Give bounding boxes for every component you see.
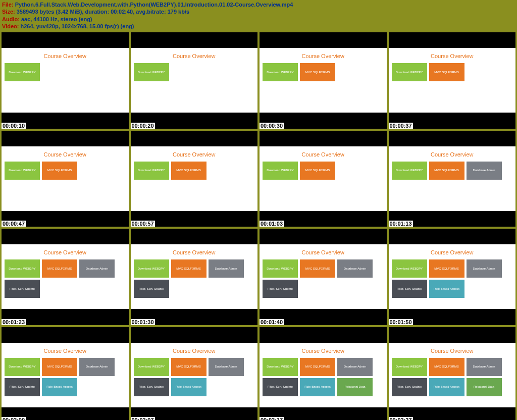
timecode: 00:00:30 <box>260 123 284 129</box>
slide-title: Course Overview <box>431 348 473 354</box>
slide: Course OverviewDownload WEB2PYMVC SQLFOR… <box>131 343 258 407</box>
slide: Course OverviewDownload WEB2PYMVC SQLFOR… <box>260 48 387 113</box>
slide-wrap: Course OverviewDownload WEB2PYMVC SQLFOR… <box>131 229 258 325</box>
thumbnail-cell[interactable]: Course OverviewDownload WEB2PYMVC SQLFOR… <box>389 32 516 129</box>
timecode: 00:02:07 <box>131 417 155 420</box>
tile-grid: Download WEB2PYMVC SQLFORMS <box>134 162 206 180</box>
tile-dbadmin: Database Admin <box>79 259 115 278</box>
tile-mvc: MVC SQLFORMS <box>42 259 77 278</box>
tile-grid: Download WEB2PYMVC SQLFORMSDatabase Admi… <box>392 162 502 180</box>
thumbnail-cell[interactable]: Course OverviewDownload WEB2PYMVC SQLFOR… <box>260 32 387 129</box>
tile-rba: Role Based Access <box>171 378 206 396</box>
slide: Course OverviewDownload WEB2PYMVC SQLFOR… <box>2 146 129 211</box>
slide-wrap: Course OverviewDownload WEB2PY <box>2 32 129 129</box>
tile-filter: Filter, Sort, Update <box>134 378 169 396</box>
timecode: 00:00:10 <box>2 123 26 129</box>
tile-mvc: MVC SQLFORMS <box>429 358 464 376</box>
thumbnail-cell[interactable]: Course OverviewDownload WEB2PYMVC SQLFOR… <box>260 327 387 420</box>
tile-download: Download WEB2PY <box>5 162 40 180</box>
slide-wrap: Course OverviewDownload WEB2PYMVC SQLFOR… <box>389 32 516 129</box>
slide-title: Course Overview <box>431 249 473 255</box>
slide-title: Course Overview <box>302 249 344 255</box>
tile-dbadmin: Database Admin <box>467 162 502 180</box>
tile-filter: Filter, Sort, Update <box>5 378 40 396</box>
tile-grid: Download WEB2PYMVC SQLFORMSDatabase Admi… <box>392 358 502 396</box>
tile-download: Download WEB2PY <box>134 259 169 278</box>
slide: Course OverviewDownload WEB2PYMVC SQLFOR… <box>389 244 516 309</box>
thumbnail-cell[interactable]: Course OverviewDownload WEB2PYMVC SQLFOR… <box>389 131 516 227</box>
thumbnail-cell[interactable]: Course OverviewDownload WEB2PYMVC SQLFOR… <box>2 131 129 227</box>
tile-grid: Download WEB2PY <box>134 63 169 81</box>
thumbnail-cell[interactable]: Course OverviewDownload WEB2PYMVC SQLFOR… <box>2 229 129 325</box>
tile-filter: Filter, Sort, Update <box>134 280 169 298</box>
slide: Course OverviewDownload WEB2PY <box>2 48 129 113</box>
slide-wrap: Course OverviewDownload WEB2PYMVC SQLFOR… <box>389 131 516 227</box>
tile-filter: Filter, Sort, Update <box>263 280 298 298</box>
slide: Course OverviewDownload WEB2PYMVC SQLFOR… <box>131 244 258 309</box>
thumbnail-cell[interactable]: Course OverviewDownload WEB2PY00:00:20 <box>131 32 258 129</box>
thumbnail-cell[interactable]: Course OverviewDownload WEB2PYMVC SQLFOR… <box>131 131 258 227</box>
tile-dbadmin: Database Admin <box>79 358 115 376</box>
slide: Course OverviewDownload WEB2PYMVC SQLFOR… <box>260 343 387 407</box>
slide: Course OverviewDownload WEB2PYMVC SQLFOR… <box>260 146 387 211</box>
tile-filter: Filter, Sort, Update <box>5 280 40 298</box>
tile-filter: Filter, Sort, Update <box>392 280 427 298</box>
video-label: Video: <box>2 23 20 29</box>
tile-grid: Download WEB2PYMVC SQLFORMSDatabase Admi… <box>263 259 373 298</box>
slide-wrap: Course OverviewDownload WEB2PYMVC SQLFOR… <box>389 327 516 420</box>
slide-wrap: Course OverviewDownload WEB2PYMVC SQLFOR… <box>2 131 129 227</box>
slide-wrap: Course OverviewDownload WEB2PYMVC SQLFOR… <box>260 131 387 227</box>
thumbnail-cell[interactable]: Course OverviewDownload WEB2PYMVC SQLFOR… <box>2 327 129 420</box>
tile-grid: Download WEB2PYMVC SQLFORMSDatabase Admi… <box>263 358 373 396</box>
tile-download: Download WEB2PY <box>392 63 427 81</box>
tile-download: Download WEB2PY <box>392 162 427 180</box>
thumbnail-cell[interactable]: Course OverviewDownload WEB2PYMVC SQLFOR… <box>389 327 516 420</box>
slide-title: Course Overview <box>302 53 344 59</box>
tile-dbadmin: Database Admin <box>209 358 244 376</box>
thumbnail-cell[interactable]: Course OverviewDownload WEB2PYMVC SQLFOR… <box>260 229 387 325</box>
tile-grid: Download WEB2PYMVC SQLFORMS <box>263 63 335 81</box>
tile-grid: Download WEB2PYMVC SQLFORMSDatabase Admi… <box>134 358 244 396</box>
slide-title: Course Overview <box>44 53 86 59</box>
tile-mvc: MVC SQLFORMS <box>42 162 77 180</box>
tile-filter: Filter, Sort, Update <box>392 378 427 396</box>
timecode: 00:01:13 <box>389 221 413 227</box>
slide-wrap: Course OverviewDownload WEB2PYMVC SQLFOR… <box>131 131 258 227</box>
slide-wrap: Course OverviewDownload WEB2PYMVC SQLFOR… <box>2 327 129 420</box>
slide-wrap: Course OverviewDownload WEB2PYMVC SQLFOR… <box>131 327 258 420</box>
thumbnail-cell[interactable]: Course OverviewDownload WEB2PY00:00:10 <box>2 32 129 129</box>
tile-download: Download WEB2PY <box>134 162 169 180</box>
tile-mvc: MVC SQLFORMS <box>300 162 335 180</box>
timecode: 00:00:47 <box>2 221 26 227</box>
thumbnail-cell[interactable]: Course OverviewDownload WEB2PYMVC SQLFOR… <box>260 131 387 227</box>
tile-grid: Download WEB2PYMVC SQLFORMS <box>392 63 464 81</box>
video-value: h264, yuv420p, 1024x768, 15.00 fps(r) (e… <box>20 23 134 29</box>
slide: Course OverviewDownload WEB2PYMVC SQLFOR… <box>260 244 387 309</box>
audio-value: aac, 44100 Hz, stereo (eng) <box>21 16 92 22</box>
size-label: Size: <box>2 9 17 15</box>
slide-title: Course Overview <box>173 249 215 255</box>
thumbnail-cell[interactable]: Course OverviewDownload WEB2PYMVC SQLFOR… <box>389 229 516 325</box>
tile-rba: Role Based Access <box>429 280 464 298</box>
tile-mvc: MVC SQLFORMS <box>429 259 464 278</box>
thumbnail-cell[interactable]: Course OverviewDownload WEB2PYMVC SQLFOR… <box>131 229 258 325</box>
tile-rba: Role Based Access <box>429 378 464 396</box>
timecode: 00:00:37 <box>389 123 413 129</box>
slide: Course OverviewDownload WEB2PYMVC SQLFOR… <box>389 146 516 211</box>
tile-grid: Download WEB2PY <box>5 63 40 81</box>
slide-title: Course Overview <box>44 348 86 354</box>
slide-title: Course Overview <box>431 151 473 158</box>
tile-download: Download WEB2PY <box>263 63 298 81</box>
slide: Course OverviewDownload WEB2PY <box>131 48 258 113</box>
slide-title: Course Overview <box>44 151 86 158</box>
tile-download: Download WEB2PY <box>134 63 169 81</box>
tile-grid: Download WEB2PYMVC SQLFORMS <box>5 162 77 180</box>
tile-grid: Download WEB2PYMVC SQLFORMS <box>263 162 335 180</box>
thumbnail-grid: Course OverviewDownload WEB2PY00:00:10Co… <box>0 31 517 420</box>
thumbnail-cell[interactable]: Course OverviewDownload WEB2PYMVC SQLFOR… <box>131 327 258 420</box>
slide: Course OverviewDownload WEB2PYMVC SQLFOR… <box>389 48 516 113</box>
tile-download: Download WEB2PY <box>134 358 169 376</box>
tile-mvc: MVC SQLFORMS <box>300 259 335 278</box>
tile-reldata: Relational Data <box>467 378 502 396</box>
tile-dbadmin: Database Admin <box>337 358 373 376</box>
